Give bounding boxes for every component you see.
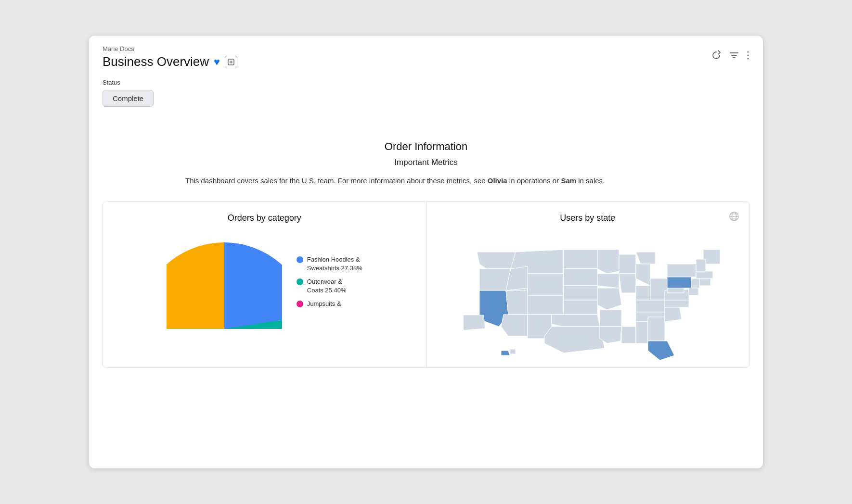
title-row: Business Overview ♥ [103, 54, 237, 69]
heart-icon[interactable]: ♥ [214, 56, 220, 68]
pie-chart-panel: Orders by category [103, 202, 426, 367]
desc-suffix: in sales. [576, 176, 605, 185]
globe-icon[interactable] [729, 211, 739, 224]
map-chart-title: Users by state [560, 213, 615, 223]
order-info-title: Order Information [103, 140, 749, 153]
pie-legend: Fashion Hoodies &Sweatshirts 27.38% Oute… [297, 255, 362, 309]
legend-label-2: Outerwear &Coats 25.40% [307, 277, 347, 295]
status-section: Status Complete [89, 69, 763, 112]
header-left: Marie Docs Business Overview ♥ [103, 45, 237, 69]
desc-prefix: This dashboard covers sales for the U.S.… [185, 176, 488, 185]
desc-middle: in operations or [507, 176, 561, 185]
pie-chart-title: Orders by category [113, 213, 416, 223]
us-map-svg [448, 238, 727, 363]
order-info-subtitle: Important Metrics [103, 158, 749, 167]
filter-icon[interactable] [729, 50, 739, 60]
order-info-desc: This dashboard covers sales for the U.S.… [185, 175, 667, 187]
main-content: Order Information Important Metrics This… [89, 112, 763, 468]
header: Marie Docs Business Overview ♥ [89, 36, 763, 69]
page-title: Business Overview [103, 54, 209, 69]
legend-item-2: Outerwear &Coats 25.40% [297, 277, 362, 295]
charts-row: Orders by category [103, 201, 749, 368]
pie-section: Fashion Hoodies &Sweatshirts 27.38% Oute… [113, 233, 416, 331]
pie-svg [167, 233, 282, 331]
map-container [436, 238, 740, 363]
more-icon[interactable] [747, 50, 749, 61]
svg-point-6 [748, 51, 749, 53]
app-container: Marie Docs Business Overview ♥ [89, 36, 763, 468]
legend-label-1: Fashion Hoodies &Sweatshirts 27.38% [307, 255, 362, 273]
legend-item-3: Jumpsuits & [297, 300, 362, 308]
svg-point-7 [748, 55, 749, 56]
add-page-icon[interactable] [225, 56, 237, 68]
legend-dot-1 [297, 256, 303, 263]
svg-point-8 [748, 58, 749, 60]
header-right [711, 45, 749, 61]
refresh-icon[interactable] [711, 50, 722, 61]
contact2: Sam [561, 176, 576, 185]
status-label: Status [103, 79, 749, 86]
status-badge[interactable]: Complete [103, 90, 154, 107]
legend-dot-2 [297, 278, 303, 285]
map-chart-panel: Users by state [426, 202, 749, 367]
legend-item-1: Fashion Hoodies &Sweatshirts 27.38% [297, 255, 362, 273]
legend-dot-3 [297, 301, 303, 307]
contact1: Olivia [488, 176, 507, 185]
breadcrumb: Marie Docs [103, 45, 237, 52]
legend-label-3: Jumpsuits & [307, 300, 341, 308]
order-info-section: Order Information Important Metrics This… [103, 140, 749, 187]
map-panel-header: Users by state [436, 213, 740, 233]
